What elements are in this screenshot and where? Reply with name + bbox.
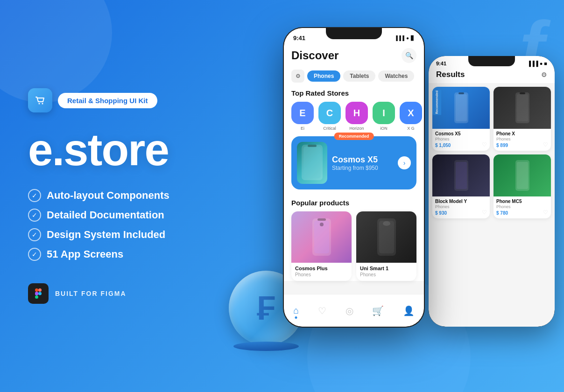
filter-tab-tablets[interactable]: Tablets <box>343 70 375 82</box>
back-product-name-1: Cosmos X5 <box>432 129 490 137</box>
svg-point-0 <box>39 103 40 105</box>
svg-rect-4 <box>35 292 38 295</box>
back-product-price-1: $ 1,050 <box>432 143 490 151</box>
store-avatar-1: E <box>291 102 314 124</box>
store-name-5: X G <box>407 126 415 131</box>
heart-icon-2[interactable]: ♡ <box>543 141 548 148</box>
store-avatar-4: I <box>373 102 395 124</box>
svg-rect-14 <box>456 162 467 189</box>
product-card-1[interactable]: Cosmos Plus Phones <box>291 211 352 281</box>
badge-label: Retail & Shopping UI Kit <box>58 93 157 108</box>
back-product-name-4: Phone MC5 <box>494 196 551 204</box>
phones-container: 9:41 ▐▐▐ ● ■ Results ⚙ Recommended <box>265 0 564 392</box>
back-product-cat-4: Phones <box>494 204 551 210</box>
nav-home[interactable]: ⌂ <box>293 305 299 316</box>
popular-grid: Cosmos Plus Phones Uni Sm <box>291 211 416 281</box>
back-product-img-4 <box>494 154 551 196</box>
svg-point-6 <box>38 292 42 295</box>
product-category-2: Phones <box>356 272 416 281</box>
featured-name: Cosmos X5 <box>332 155 393 165</box>
product-name-2: Uni Smart 1 <box>356 263 416 272</box>
check-icon-3: ✓ <box>28 228 41 241</box>
back-product-name-3: Block Model Y <box>432 196 490 204</box>
check-icon-2: ✓ <box>28 209 41 222</box>
feature-text-3: Design System Included <box>47 229 165 241</box>
header-badge: Retail & Shopping UI Kit <box>28 88 261 112</box>
back-filter-icon: ⚙ <box>541 71 547 78</box>
featured-arrow-button[interactable]: › <box>398 156 411 169</box>
svg-rect-16 <box>517 162 528 189</box>
back-product-card-4: Phone MC5 Phones $ 780 ♡ <box>494 154 551 218</box>
product-card-2[interactable]: Uni Smart 1 Phones <box>356 211 416 281</box>
phone-screen-inner: 9:41 ▐▐▐ ● ▊ Discover 🔍 ⚙ <box>284 28 424 327</box>
featured-phone-image <box>297 142 327 184</box>
product-name-1: Cosmos Plus <box>291 263 352 272</box>
phone-back-screen: 9:41 ▐▐▐ ● ■ Results ⚙ Recommended <box>429 56 555 327</box>
figma-label: BUILT FOR FIGMA <box>55 290 127 297</box>
filter-tab-watches[interactable]: Watches <box>378 70 414 82</box>
back-product-cat-3: Phones <box>432 204 490 210</box>
phone-main: 9:41 ▐▐▐ ● ▊ Discover 🔍 ⚙ <box>284 28 424 327</box>
app-header: Discover 🔍 <box>291 44 416 67</box>
store-avatar-3: H <box>345 102 368 124</box>
heart-icon-1[interactable]: ♡ <box>482 141 487 148</box>
heart-icon-4[interactable]: ♡ <box>543 209 548 216</box>
nav-camera[interactable]: ◎ <box>345 305 353 316</box>
phone-screen: 9:41 ▐▐▐ ● ▊ Discover 🔍 ⚙ <box>284 28 424 327</box>
svg-rect-8 <box>456 94 467 121</box>
back-product-img-1: Recommended <box>432 87 490 129</box>
back-product-cat-1: Phones <box>432 137 490 143</box>
filter-icon[interactable]: ⚙ <box>291 70 304 83</box>
store-item-2[interactable]: C Critical <box>318 102 341 131</box>
store-name-1: Ei <box>301 126 304 131</box>
store-avatar-2: C <box>318 102 341 124</box>
back-product-price-2: $ 899 <box>494 143 551 151</box>
svg-rect-3 <box>38 288 42 292</box>
figma-icon <box>28 283 49 304</box>
popular-section-title: Popular products <box>291 195 416 211</box>
bottom-nav: ⌂ ♡ ◎ 🛒 👤 <box>284 294 424 327</box>
store-avatar-5: X <box>400 102 422 124</box>
stores-section-title: Top Rated Stores <box>291 85 416 102</box>
check-icon-1: ✓ <box>28 189 41 202</box>
check-icon-4: ✓ <box>28 248 41 261</box>
back-product-card-2: Phone X Phones $ 899 ♡ <box>494 87 551 151</box>
heart-icon-3[interactable]: ♡ <box>482 209 487 216</box>
search-button[interactable]: 🔍 <box>402 48 416 63</box>
store-item-5[interactable]: X X G <box>400 102 422 131</box>
features-list: ✓ Auto-layout Components ✓ Detailed Docu… <box>28 189 261 261</box>
store-item-1[interactable]: E Ei <box>291 102 314 131</box>
back-title: Results <box>436 70 465 79</box>
back-product-card-3: Block Model Y Phones $ 930 ♡ <box>432 154 490 218</box>
store-name-3: Horizon <box>349 126 364 131</box>
store-item-4[interactable]: I iON <box>373 102 395 131</box>
back-product-grid: Recommended Cosmos X5 Phones $ 1,050 ♡ <box>429 83 555 222</box>
svg-point-23 <box>320 223 324 226</box>
back-product-cat-2: Phones <box>494 137 551 143</box>
store-item-3[interactable]: H Horizon <box>345 102 368 131</box>
svg-rect-2 <box>35 288 38 292</box>
back-product-price-4: $ 780 <box>494 210 551 218</box>
svg-rect-19 <box>308 145 317 147</box>
product-img-1 <box>291 211 352 263</box>
filter-tabs: ⚙ Phones Tablets Watches <box>291 67 416 85</box>
svg-rect-12 <box>520 92 525 94</box>
back-product-card-1: Recommended Cosmos X5 Phones $ 1,050 ♡ <box>432 87 490 151</box>
filter-tab-phones[interactable]: Phones <box>307 70 340 82</box>
nav-favorites[interactable]: ♡ <box>318 305 326 316</box>
app-header-section: Discover 🔍 ⚙ Phones Tablets Watches Top … <box>284 44 424 281</box>
featured-card[interactable]: Recommended Cosmos X5 Starting from $950 <box>291 136 416 189</box>
product-img-2 <box>356 211 416 263</box>
stores-row: E Ei C Critical H Horizon I <box>291 102 416 136</box>
nav-cart[interactable]: 🛒 <box>372 305 384 316</box>
phone-notch <box>326 28 382 39</box>
svg-rect-9 <box>458 92 464 94</box>
featured-price: Starting from $950 <box>332 165 393 171</box>
feature-text-2: Detailed Documentation <box>47 209 164 221</box>
status-time: 9:41 <box>293 35 305 42</box>
nav-profile[interactable]: 👤 <box>403 305 415 316</box>
left-panel: Retail & Shopping UI Kit e.store ✓ Auto-… <box>28 0 261 392</box>
recommended-badge: Recommended <box>334 133 374 140</box>
back-app-header: Results ⚙ <box>429 68 555 83</box>
cart-icon <box>28 88 52 112</box>
